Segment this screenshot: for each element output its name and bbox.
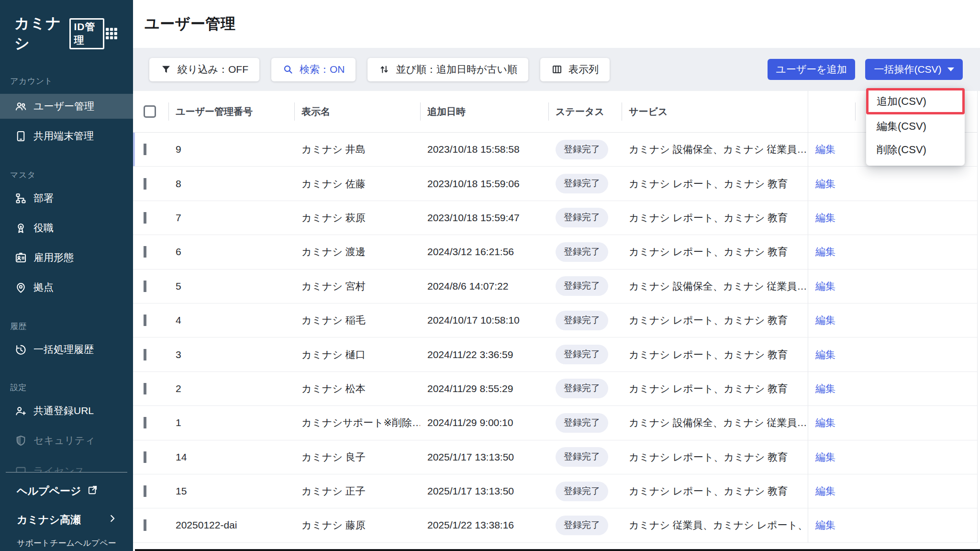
cell-id: 9 (168, 144, 294, 155)
edit-link[interactable]: 編集 (815, 416, 835, 429)
bulk-operation-button[interactable]: 一括操作(CSV) (865, 59, 963, 80)
status-badge: 登録完了 (556, 208, 608, 227)
cell-id: 20250122-dai (168, 519, 294, 531)
row-checkbox[interactable] (144, 485, 146, 497)
sidebar-item-shared-device-management[interactable]: 共用端末管理 (0, 124, 133, 148)
users-icon (14, 100, 27, 113)
row-checkbox[interactable] (144, 315, 146, 326)
org-chart-icon (14, 192, 27, 205)
edit-link[interactable]: 編集 (815, 280, 835, 293)
row-checkbox[interactable] (144, 178, 146, 190)
table-row: 3 カミナシ 樋口 2024/11/22 3:36:59 登録完了 カミナシ レ… (133, 337, 977, 371)
sidebar-item-label: 役職 (33, 221, 54, 235)
columns-button-label: 表示列 (568, 63, 599, 76)
search-button-label: 検索：ON (300, 63, 345, 76)
edit-link[interactable]: 編集 (815, 143, 835, 156)
row-checkbox[interactable] (144, 451, 146, 463)
edit-link[interactable]: 編集 (815, 450, 835, 464)
sidebar-item-label: 一括処理履歴 (33, 343, 94, 356)
table-row: 6 カミナシ 渡邊 2024/3/12 16:21:56 登録完了 カミナシ レ… (133, 235, 977, 269)
columns-button[interactable]: 表示列 (540, 58, 610, 81)
cell-services: カミナシ レポート、カミナシ 教育 (622, 211, 808, 225)
row-checkbox[interactable] (144, 383, 146, 394)
menu-item-add-csv[interactable]: 追加(CSV) (866, 88, 965, 114)
sidebar-item-user-management[interactable]: ユーザー管理 (0, 94, 133, 119)
cell-added: 2025/1/17 13:13:50 (420, 485, 548, 497)
cell-added: 2025/1/22 13:38:16 (420, 519, 548, 531)
menu-item-delete-csv[interactable]: 削除(CSV) (866, 138, 965, 161)
sidebar-section-history: 履歴 (0, 321, 133, 332)
edit-link[interactable]: 編集 (815, 245, 835, 259)
header-select-all (133, 91, 168, 132)
license-icon (14, 465, 27, 472)
row-checkbox[interactable] (144, 246, 146, 258)
cell-name: カミナシ 佐藤 (294, 177, 420, 191)
cell-id: 1 (168, 417, 294, 428)
header-added: 追加日時 (420, 91, 548, 132)
cell-services: カミナシ レポート、カミナシ 教育 (622, 450, 808, 464)
cell-name: カミナシサポート※削除… (294, 416, 420, 429)
status-badge: 登録完了 (556, 447, 608, 467)
sidebar-item-label: 共通登録URL (33, 404, 94, 417)
help-page-link[interactable]: ヘルプページ (17, 484, 119, 498)
status-badge: 登録完了 (556, 482, 608, 501)
sidebar-item-label: 雇用形態 (33, 251, 74, 264)
sidebar: カミナシ ID管理 アカウント ユーザー管理 (0, 0, 133, 551)
caret-down-icon (947, 67, 954, 71)
search-button[interactable]: 検索：ON (271, 58, 356, 81)
edit-link[interactable]: 編集 (815, 382, 835, 395)
sidebar-item-batch-history[interactable]: 一括処理履歴 (0, 337, 133, 362)
row-checkbox[interactable] (144, 417, 146, 428)
header-edit (808, 91, 855, 132)
chevron-right-icon (107, 513, 118, 527)
sidebar-item-employment-type[interactable]: 雇用形態 (0, 245, 133, 270)
edit-link[interactable]: 編集 (815, 211, 835, 225)
cell-id: 14 (168, 451, 294, 463)
account-switcher[interactable]: カミナシ高瀬 (17, 513, 119, 527)
sidebar-item-position[interactable]: 役職 (0, 215, 133, 240)
sidebar-item-license-clipped: ライセンス (0, 459, 133, 472)
table-row: 15 カミナシ 正子 2025/1/17 13:13:50 登録完了 カミナシ … (133, 474, 977, 508)
help-page-label: ヘルプページ (17, 484, 81, 498)
row-checkbox[interactable] (144, 519, 146, 531)
cell-id: 3 (168, 349, 294, 360)
sort-button[interactable]: 並び順：追加日時が古い順 (368, 58, 528, 81)
table-row: 7 カミナシ 萩原 2023/10/18 15:59:47 登録完了 カミナシ … (133, 201, 977, 235)
sidebar-item-department[interactable]: 部署 (0, 186, 133, 211)
sidebar-item-label: ユーザー管理 (33, 100, 94, 113)
sidebar-item-security: セキュリティ (0, 428, 133, 453)
users-table: ユーザー管理番号 表示名 追加日時 ステータス サービス 9 カミナシ 井島 2… (133, 91, 978, 543)
row-checkbox[interactable] (144, 349, 146, 360)
app-grid-icon[interactable] (104, 26, 119, 41)
sidebar-item-common-registration-url[interactable]: 共通登録URL (0, 398, 133, 423)
cell-added: 2023/10/18 15:59:47 (420, 212, 548, 224)
table-row: 14 カミナシ 良子 2025/1/17 13:13:50 登録完了 カミナシ … (133, 440, 977, 474)
sidebar-section-account: アカウント (0, 76, 133, 87)
edit-link[interactable]: 編集 (815, 518, 835, 532)
cell-id: 8 (168, 178, 294, 190)
brand-logo-text: カミナシ (14, 13, 65, 54)
row-checkbox[interactable] (144, 212, 146, 224)
table-row: 1 カミナシサポート※削除… 2024/11/29 9:00:10 登録完了 カ… (133, 406, 977, 440)
row-checkbox[interactable] (144, 281, 146, 292)
menu-item-edit-csv[interactable]: 編集(CSV) (866, 114, 965, 138)
edit-link[interactable]: 編集 (815, 177, 835, 191)
select-all-checkbox[interactable] (144, 105, 156, 118)
row-checkbox[interactable] (144, 144, 146, 155)
table-row: 5 カミナシ 宮村 2024/8/6 14:07:22 登録完了 カミナシ 設備… (133, 270, 977, 304)
status-badge: 登録完了 (556, 140, 608, 159)
edit-link[interactable]: 編集 (815, 314, 835, 327)
cell-added: 2024/11/29 9:00:10 (420, 417, 548, 428)
status-badge: 登録完了 (556, 379, 608, 398)
sidebar-item-location[interactable]: 拠点 (0, 275, 133, 300)
edit-link[interactable]: 編集 (815, 348, 835, 361)
cell-added: 2024/3/12 16:21:56 (420, 246, 548, 258)
cell-added: 2024/10/17 10:58:10 (420, 315, 548, 326)
cell-name: カミナシ 稲毛 (294, 314, 420, 327)
table-row: 4 カミナシ 稲毛 2024/10/17 10:58:10 登録完了 カミナシ … (133, 304, 977, 337)
filter-button[interactable]: 絞り込み：OFF (149, 58, 259, 81)
add-user-button[interactable]: ユーザーを追加 (768, 59, 855, 80)
table-row: 9 カミナシ 井島 2023/10/18 15:58:58 登録完了 カミナシ … (133, 133, 977, 167)
edit-link[interactable]: 編集 (815, 484, 835, 498)
header-services: サービス (622, 91, 808, 132)
